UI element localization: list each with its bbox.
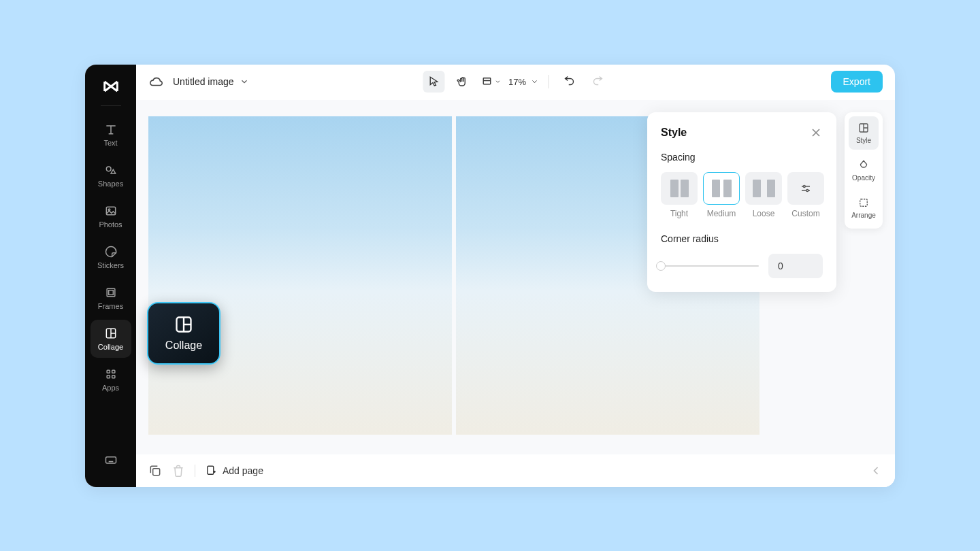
svg-point-14	[806, 189, 808, 191]
sidebar-item-stickers[interactable]: Stickers	[91, 238, 131, 276]
label: Frames	[98, 302, 123, 310]
svg-point-13	[803, 185, 805, 187]
title-text: Untitled image	[173, 76, 234, 87]
collage-cell-left[interactable]	[148, 116, 452, 435]
corner-radius-slider[interactable]	[661, 265, 759, 267]
collapse-icon[interactable]	[869, 464, 883, 478]
svg-rect-6	[107, 370, 110, 373]
main-area: Untitled image 17% Export	[136, 65, 895, 487]
add-page-icon	[205, 465, 217, 477]
export-button[interactable]: Export	[831, 71, 883, 93]
redo-button[interactable]	[587, 71, 608, 93]
tool-opacity[interactable]: Opacity	[849, 154, 879, 187]
collage-badge: Collage	[147, 302, 220, 365]
sidebar-item-collage[interactable]: Collage	[91, 320, 131, 358]
label: Text	[103, 139, 117, 147]
label: Shapes	[98, 180, 123, 188]
spacing-custom[interactable]: Custom	[787, 172, 824, 218]
label: Collage	[98, 343, 123, 351]
bottombar: Add page	[136, 454, 895, 487]
spacing-loose[interactable]: Loose	[745, 172, 782, 218]
logo-icon[interactable]	[101, 77, 120, 96]
svg-rect-18	[208, 466, 214, 474]
trash-icon[interactable]	[172, 464, 185, 478]
svg-rect-17	[153, 468, 160, 475]
center-toolbar: 17%	[423, 71, 608, 93]
svg-rect-1	[106, 207, 115, 215]
svg-rect-10	[105, 456, 116, 463]
canvas-area: Collage Style Spacing Tight Medium Loose…	[136, 100, 895, 454]
spacing-medium[interactable]: Medium	[703, 172, 740, 218]
tool-style[interactable]: Style	[849, 116, 879, 150]
zoom-value: 17%	[508, 77, 526, 87]
slider-thumb[interactable]	[656, 261, 666, 271]
divider	[195, 465, 195, 477]
label: Apps	[102, 384, 119, 392]
svg-rect-7	[112, 370, 114, 373]
svg-rect-4	[108, 290, 113, 295]
style-panel: Style Spacing Tight Medium Loose Custom …	[647, 112, 836, 292]
right-toolbar: Style Opacity Arrange	[845, 112, 883, 229]
spacing-label: Spacing	[661, 152, 823, 163]
svg-rect-11	[483, 78, 491, 84]
crop-tool[interactable]	[480, 71, 502, 93]
svg-rect-8	[107, 375, 110, 378]
divider	[548, 75, 549, 88]
cursor-tool[interactable]	[423, 71, 444, 93]
sidebar-item-photos[interactable]: Photos	[91, 197, 131, 235]
chevron-down-icon	[240, 77, 249, 86]
undo-button[interactable]	[558, 71, 580, 93]
label: Stickers	[97, 261, 124, 269]
add-page-button[interactable]: Add page	[205, 465, 263, 477]
svg-rect-16	[860, 199, 868, 206]
hand-tool[interactable]	[451, 71, 473, 93]
panel-title: Style	[661, 127, 687, 139]
spacing-options: Tight Medium Loose Custom	[661, 172, 823, 218]
duplicate-icon[interactable]	[148, 464, 162, 478]
zoom-display[interactable]: 17%	[508, 77, 538, 87]
left-sidebar: Text Shapes Photos Stickers Frames Colla…	[85, 65, 136, 487]
label: Photos	[99, 220, 122, 229]
corner-label: Corner radius	[661, 233, 823, 244]
app-window: Text Shapes Photos Stickers Frames Colla…	[85, 65, 895, 487]
sidebar-item-shapes[interactable]: Shapes	[91, 156, 131, 195]
sidebar-item-frames[interactable]: Frames	[91, 279, 131, 317]
chevron-down-icon	[530, 78, 538, 86]
svg-point-0	[106, 167, 111, 171]
badge-label: Collage	[165, 339, 202, 352]
svg-rect-9	[112, 375, 114, 378]
tool-arrange[interactable]: Arrange	[849, 191, 879, 224]
sidebar-item-text[interactable]: Text	[91, 116, 131, 154]
corner-radius-value[interactable]: 0	[768, 254, 823, 278]
label: Add page	[223, 465, 263, 476]
cloud-icon[interactable]	[148, 74, 163, 89]
spacing-tight[interactable]: Tight	[661, 172, 698, 218]
topbar: Untitled image 17% Export	[136, 65, 895, 100]
close-icon[interactable]	[809, 126, 823, 139]
sidebar-item-keyboard[interactable]	[91, 441, 131, 479]
collage-icon	[174, 315, 193, 334]
sidebar-item-apps[interactable]: Apps	[91, 361, 131, 399]
divider	[101, 105, 121, 106]
document-title[interactable]: Untitled image	[173, 76, 249, 87]
